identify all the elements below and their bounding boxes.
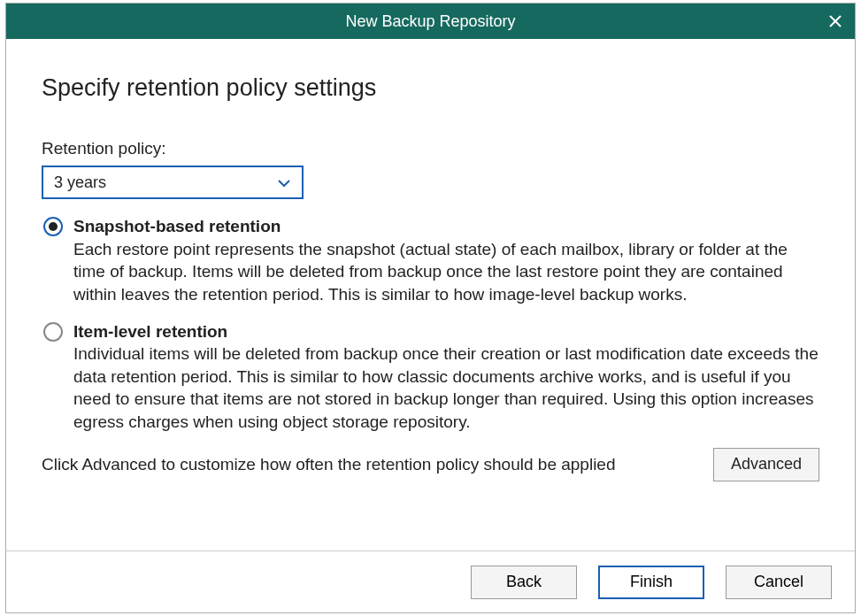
dialog-footer: Back Finish Cancel	[6, 551, 855, 612]
radio-text: Snapshot-based retention Each restore po…	[73, 215, 819, 306]
radio-desc: Individual items will be deleted from ba…	[73, 344, 819, 431]
radio-title: Item-level retention	[73, 322, 227, 341]
advanced-hint: Click Advanced to customize how often th…	[42, 455, 616, 474]
retention-radio-group: Snapshot-based retention Each restore po…	[43, 215, 819, 434]
titlebar: New Backup Repository	[6, 4, 855, 39]
back-button[interactable]: Back	[471, 566, 577, 599]
radio-snapshot-based[interactable]: Snapshot-based retention Each restore po…	[43, 215, 819, 306]
retention-select-value: 3 years	[54, 173, 106, 192]
close-button[interactable]	[825, 11, 846, 32]
radio-text: Item-level retention Individual items wi…	[73, 320, 819, 434]
content-area: Specify retention policy settings Retent…	[6, 39, 855, 551]
retention-label: Retention policy:	[42, 139, 819, 158]
radio-icon	[43, 217, 63, 236]
radio-icon	[43, 322, 63, 342]
finish-button[interactable]: Finish	[598, 566, 704, 599]
window-title: New Backup Repository	[345, 12, 515, 31]
advanced-row: Click Advanced to customize how often th…	[42, 448, 819, 481]
retention-select-wrap: 3 years	[42, 166, 304, 199]
radio-item-level[interactable]: Item-level retention Individual items wi…	[43, 320, 819, 434]
page-heading: Specify retention policy settings	[42, 74, 819, 102]
dialog-window: New Backup Repository Specify retention …	[5, 3, 856, 613]
cancel-button[interactable]: Cancel	[726, 566, 832, 599]
radio-dot-icon	[49, 222, 58, 231]
chevron-down-icon	[277, 173, 291, 192]
radio-title: Snapshot-based retention	[73, 217, 281, 235]
advanced-button[interactable]: Advanced	[713, 448, 819, 481]
close-icon	[828, 14, 842, 28]
radio-desc: Each restore point represents the snapsh…	[73, 240, 788, 304]
retention-select[interactable]: 3 years	[42, 166, 304, 199]
